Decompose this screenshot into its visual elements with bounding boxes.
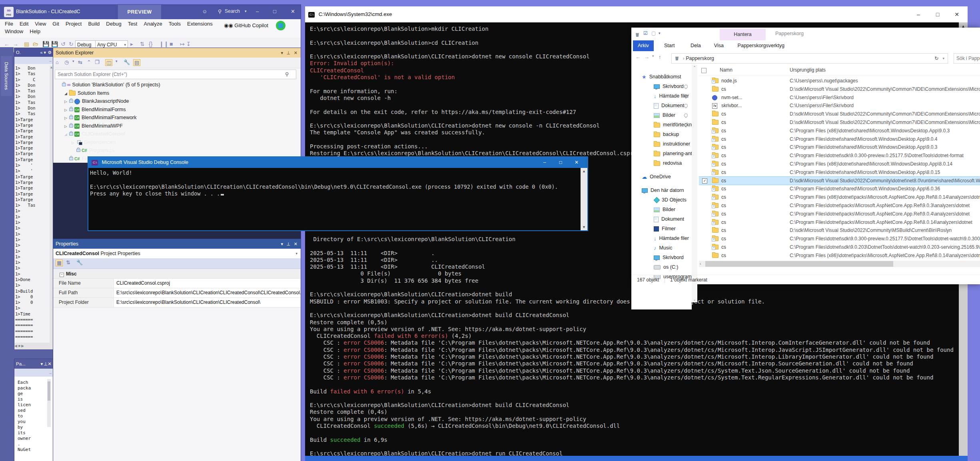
ribbon-tab-papperskorgsverktyg[interactable]: Papperskorgsverktyg	[733, 40, 789, 51]
tree-item-solution--blanksolution---5-of-5-projects-[interactable]: ∞Solution 'BlankSolution' (5 of 5 projec…	[53, 81, 301, 89]
sidebar-item-redovisa[interactable]: redovisa	[631, 158, 692, 168]
tree-expanded-arrow-icon[interactable]: ◢	[64, 130, 69, 139]
explorer-titlebar[interactable]: ☑ ▢ ▾ Hantera Papperskorg	[631, 28, 980, 40]
menu-tools[interactable]: Tools	[166, 20, 184, 28]
gear-icon[interactable]: ⚙	[48, 48, 52, 57]
file-row[interactable]: csD:\sdk\Microsoft Visual Studio\2022\Co…	[699, 118, 980, 127]
properties-object-selector[interactable]: CLICreatedConsol Project Properties ▾	[53, 249, 301, 259]
categorized-icon[interactable]: ▦	[56, 259, 63, 266]
qat-box-icon[interactable]: ▢	[651, 30, 656, 36]
search-dropdown-icon[interactable]: ▾	[245, 9, 247, 13]
vs-minimize-button[interactable]: –	[256, 8, 259, 14]
tree-item-solution-items[interactable]: ◢Solution Items	[53, 89, 301, 98]
cmd-titlebar[interactable]: C:\ C:\Windows\System32\cmd.exe – □ ✕	[305, 6, 968, 22]
tree-item-blendminimalwpf[interactable]: ▷C#BlendMinimalWPF	[53, 122, 301, 130]
file-row[interactable]: csD:\sdk\Microsoft Visual Studio\2022\Co…	[699, 226, 980, 235]
property-row[interactable]: File NameCLICreatedConsol.csproj	[53, 279, 301, 288]
file-row[interactable]: ✓csD:\sdk\Microsoft Visual Studio\2022\C…	[699, 177, 980, 185]
step-icons[interactable]: ↦ ↧	[180, 41, 191, 47]
sidebar-item-instruktioner[interactable]: instruktioner	[631, 139, 692, 149]
menu-window[interactable]: Window	[2, 28, 26, 35]
tree-expanded-arrow-icon[interactable]: ◢	[64, 90, 69, 98]
tree-item-program-cs[interactable]: C#Program.cs	[53, 146, 301, 155]
file-row[interactable]: csC:\Program Files\dotnet\packs\Microsof…	[699, 210, 980, 218]
address-input[interactable]: › Papperskorg ▾ ↻	[671, 53, 948, 64]
wrench-icon[interactable]: 🔧	[76, 259, 83, 265]
tree-item-dependencies[interactable]: ▷Dependencies	[53, 138, 301, 147]
tree-item-blendminimalforms[interactable]: ▷C#BlendMinimalForms	[53, 106, 301, 114]
close-icon[interactable]: ✕	[294, 48, 297, 58]
home-icon[interactable]: ⌂	[56, 59, 59, 65]
menu-extensions[interactable]: Extensions	[184, 20, 216, 28]
pin-icon[interactable]: ⊥	[286, 239, 290, 249]
sidebar-item-skrivbord[interactable]: Skrivbord	[631, 82, 692, 91]
vs-titlebar[interactable]: ∞PRE BlankSolution - CLICreatedConsol.cs…	[0, 5, 301, 19]
tree-collapsed-arrow-icon[interactable]: ▷	[64, 122, 69, 131]
vs-search-box[interactable]: Search	[225, 8, 240, 14]
qat-check-icon[interactable]: ☑	[643, 30, 648, 36]
file-row[interactable]: csC:\Program Files\dotnet\packs\Microsof…	[699, 218, 980, 227]
package-overflow-strip[interactable]: ..	[14, 369, 53, 377]
sidebar-item-meritf-rteckni[interactable]: meritförteckni	[631, 120, 692, 130]
properties-section[interactable]: −Misc	[53, 269, 301, 279]
sidebar-vscrollbar[interactable]: ⌃ ⌄	[692, 65, 697, 302]
solution-explorer-header[interactable]: Solution Explorer ✕ ⊥ ▾	[53, 48, 301, 58]
column-namn[interactable]: Namn	[720, 67, 733, 73]
file-row[interactable]: csC:\Program Files (x86)\dotnet\shared\M…	[699, 127, 980, 135]
ribbon-tab-start[interactable]: Start	[659, 40, 679, 51]
copy-icon[interactable]: ❐	[95, 59, 100, 65]
menu-file[interactable]: File	[2, 20, 16, 28]
menu-project[interactable]: Project	[62, 20, 85, 28]
wrench-icon[interactable]: 🔧	[124, 59, 130, 65]
menu-view[interactable]: View	[32, 20, 49, 28]
property-value[interactable]: E:\src\cs\lexiconrepo\BlankSolution\CLIC…	[114, 288, 301, 297]
sort-az-icon[interactable]: ⇅	[66, 259, 70, 265]
menu-test[interactable]: Test	[125, 20, 141, 28]
sidebar-item-onedrive[interactable]: ☁OneDrive	[631, 172, 692, 182]
file-row[interactable]: csC:\Program Files\dotnet\shared\Microso…	[699, 185, 980, 193]
file-row[interactable]: csC:\Program Files\dotnet\packs\Microsof…	[699, 202, 980, 210]
chevron-down-icon[interactable]: ▾	[44, 48, 46, 57]
chevron-down-icon[interactable]: ▾	[41, 359, 43, 369]
cmd-maximize-button[interactable]: □	[928, 6, 947, 22]
run-icon[interactable]: ▸	[130, 41, 133, 47]
save-all-icon[interactable]: 💾	[51, 41, 58, 47]
open-folder-icon[interactable]: 🗁	[33, 41, 38, 47]
chevron-down-icon[interactable]: ▾	[116, 59, 118, 63]
output-overflow-strip[interactable]: ..	[14, 57, 53, 64]
file-row[interactable]: csC:\Program Files (x86)\dotnet\packs\Mi…	[699, 193, 980, 202]
package-pane-header[interactable]: Pa... ✕ ⊥ ▾	[14, 359, 53, 369]
file-row[interactable]: csC:\Program Files (x86)\dotnet\shared\M…	[699, 160, 980, 168]
tree-collapsed-arrow-icon[interactable]: ▷	[64, 98, 69, 106]
output-pane-header[interactable]: O. ⚙ ▾ «	[14, 48, 53, 57]
refresh-icon[interactable]: ↻	[934, 54, 938, 63]
menu-build[interactable]: Build	[85, 20, 103, 28]
menu-debug[interactable]: Debug	[103, 20, 124, 28]
close-icon[interactable]: ✕	[48, 359, 52, 369]
ribbon-tab-visa[interactable]: Visa	[709, 40, 729, 51]
address-dropdown-icon[interactable]: ▾	[942, 54, 944, 63]
file-row[interactable]: csD:\sdk\Microsoft Visual Studio\2022\Co…	[699, 110, 980, 118]
dbg-vscrollbar[interactable]: ▲ ▼	[581, 168, 587, 230]
property-value[interactable]: CLICreatedConsol.csproj	[114, 279, 301, 288]
braces-icon[interactable]: {}	[149, 41, 152, 47]
select-all-checkbox[interactable]	[701, 68, 707, 73]
file-row[interactable]: csC:\Program Files\dotnet\shared\Microso…	[699, 168, 980, 177]
feedback-icon[interactable]: ☺	[202, 8, 207, 14]
debug-console-titlebar[interactable]: C:\ Microsoft Visual Studio Debug Consol…	[88, 157, 587, 168]
tab-data-sources[interactable]: Data Sources	[1, 56, 12, 96]
history-dropdown-icon[interactable]: ▾	[652, 54, 654, 58]
output-hscrollbar[interactable]: ◀ ■ ▶	[14, 343, 53, 349]
tree-collapsed-arrow-icon[interactable]: ▷	[64, 114, 69, 122]
ribbon-tab-dela[interactable]: Dela	[686, 40, 706, 51]
pause-icon[interactable]: ❙❙	[159, 41, 168, 47]
dbg-close-button[interactable]: ✕	[567, 157, 586, 168]
file-row[interactable]: node.jsC:\Users\perss\.nuget\packages	[699, 77, 980, 85]
ribbon-tab-arkiv[interactable]: Arkiv	[633, 40, 654, 51]
file-row[interactable]: csC:\Program Files\dotnet\sdk\9.0.300-pr…	[699, 235, 980, 243]
chevron-down-icon[interactable]: ▾	[281, 48, 283, 58]
sidebar-item-planering-antecki[interactable]: planering-antecki	[631, 149, 692, 158]
close-icon[interactable]: ✕	[294, 239, 297, 249]
vs-close-button[interactable]: ✕	[291, 8, 295, 14]
pin-icon[interactable]: ⊥	[44, 359, 48, 369]
